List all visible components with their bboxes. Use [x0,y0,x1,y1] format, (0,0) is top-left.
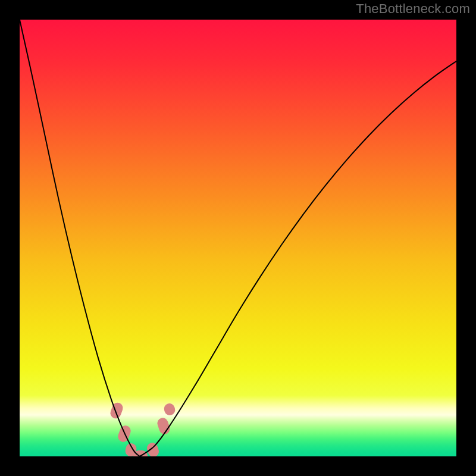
chart-frame: TheBottleneck.com [0,0,476,476]
watermark-text: TheBottleneck.com [356,1,470,17]
plot-area [20,20,456,456]
bottleneck-curve [20,20,456,456]
